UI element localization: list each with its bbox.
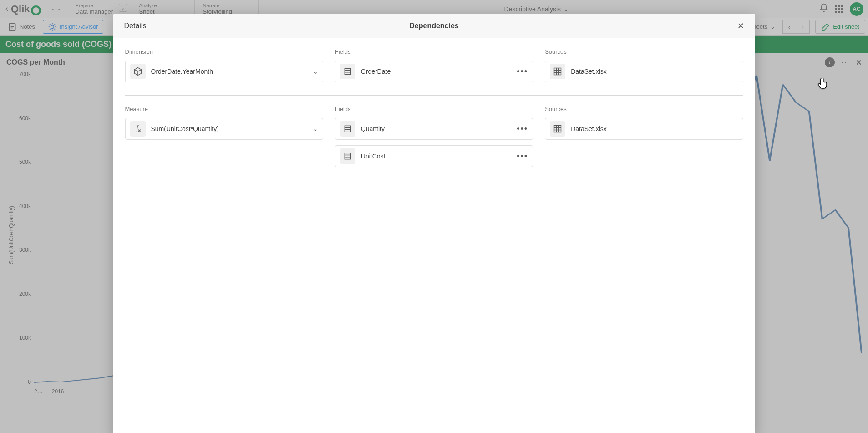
dimension-header: Dimension <box>125 48 323 55</box>
table-icon <box>340 64 355 79</box>
dimension-item[interactable]: OrderDate.YearMonth ⌄ <box>125 61 323 82</box>
svg-rect-3 <box>345 68 350 74</box>
measure-column: Measure Sum(UnitCost*Quantity) ⌄ <box>125 106 323 173</box>
field-item-label: UnitCost <box>361 153 511 160</box>
sources-column-2: Sources DataSet.xlsx <box>545 106 743 173</box>
table-icon <box>340 121 355 137</box>
modal-body: Dimension OrderDate.YearMonth ⌄ Fields O… <box>113 38 755 433</box>
dependencies-modal: Details Dependencies ✕ Dimension OrderDa… <box>113 14 755 433</box>
field-item[interactable]: Quantity ••• <box>335 118 533 140</box>
fx-icon <box>130 121 146 137</box>
modal-header: Details Dependencies ✕ <box>113 14 755 38</box>
chevron-down-icon[interactable]: ⌄ <box>313 68 318 75</box>
field-item-label: Quantity <box>361 125 511 132</box>
measure-item[interactable]: Sum(UnitCost*Quantity) ⌄ <box>125 118 323 140</box>
dimension-column: Dimension OrderDate.YearMonth ⌄ <box>125 48 323 88</box>
fields-column-1: Fields OrderDate ••• <box>335 48 533 88</box>
source-item[interactable]: DataSet.xlsx <box>545 118 743 140</box>
cube-icon <box>130 64 146 79</box>
chevron-down-icon[interactable]: ⌄ <box>313 125 318 132</box>
svg-rect-4 <box>554 68 561 75</box>
modal-overlay: Details Dependencies ✕ Dimension OrderDa… <box>0 0 868 433</box>
table-icon <box>340 148 355 164</box>
measure-header: Measure <box>125 106 323 112</box>
fields-header: Fields <box>335 48 533 55</box>
field-item[interactable]: UnitCost ••• <box>335 145 533 167</box>
field-item-label: OrderDate <box>361 68 511 75</box>
sources-header: Sources <box>545 48 743 55</box>
svg-rect-7 <box>554 126 561 132</box>
divider <box>125 95 743 96</box>
fields-header: Fields <box>335 106 533 112</box>
measure-item-label: Sum(UnitCost*Quantity) <box>151 125 307 132</box>
more-dots-icon[interactable]: ••• <box>517 152 528 161</box>
source-item-label: DataSet.xlsx <box>571 125 738 132</box>
more-dots-icon[interactable]: ••• <box>517 124 528 134</box>
svg-rect-6 <box>345 153 350 159</box>
sources-header: Sources <box>545 106 743 112</box>
field-item[interactable]: OrderDate ••• <box>335 61 533 82</box>
grid-icon <box>550 121 565 137</box>
dimension-item-label: OrderDate.YearMonth <box>151 68 307 75</box>
sources-column-1: Sources DataSet.xlsx <box>545 48 743 88</box>
svg-rect-5 <box>345 126 350 132</box>
fields-column-2: Fields Quantity ••• UnitCost ••• <box>335 106 533 173</box>
source-item-label: DataSet.xlsx <box>571 68 738 75</box>
more-dots-icon[interactable]: ••• <box>517 67 528 76</box>
close-icon[interactable]: ✕ <box>737 21 744 31</box>
grid-icon <box>550 64 565 79</box>
source-item[interactable]: DataSet.xlsx <box>545 61 743 82</box>
modal-details-label: Details <box>124 22 147 30</box>
modal-title: Dependencies <box>409 22 458 30</box>
